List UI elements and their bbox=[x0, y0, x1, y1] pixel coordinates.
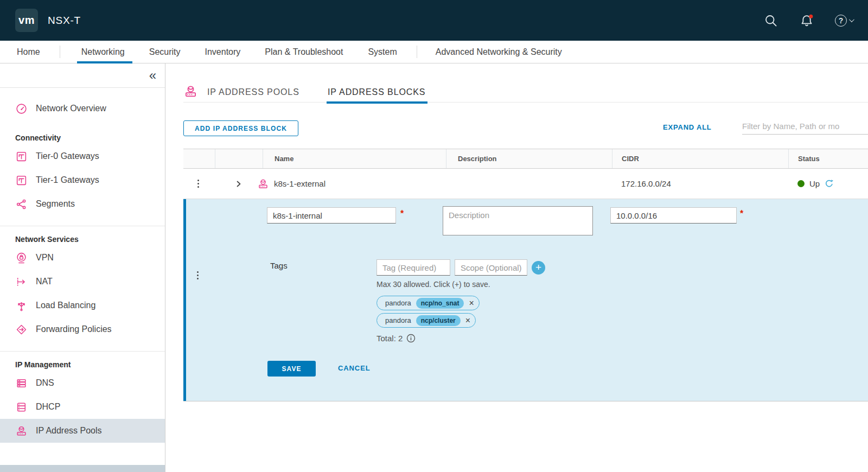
sidebar-section-connectivity: Connectivity bbox=[0, 132, 165, 144]
help-menu[interactable]: ? bbox=[835, 15, 853, 27]
tab-ip-address-pools[interactable]: IP ADDRESS POOLS bbox=[207, 81, 299, 103]
tab-system[interactable]: System bbox=[365, 41, 400, 63]
nat-icon bbox=[15, 276, 28, 288]
forwarding-policies-icon bbox=[15, 323, 28, 336]
required-asterisk: * bbox=[400, 209, 404, 219]
expand-row-icon[interactable] bbox=[235, 180, 242, 188]
tags-help-text: Max 30 allowed. Click (+) to save. bbox=[376, 280, 490, 289]
column-status: Status bbox=[788, 149, 868, 168]
filter-input[interactable] bbox=[742, 118, 868, 135]
tab-security[interactable]: Security bbox=[146, 41, 184, 63]
sidebar-item-tier1-gateways[interactable]: Tier-1 Gateways bbox=[0, 168, 165, 192]
tag-chip-scope: ncp/no_snat bbox=[416, 298, 464, 309]
nsx-t-app: vm NSX-T ? Home Networking Security Inve… bbox=[0, 0, 868, 472]
primary-nav: Home Networking Security Inventory Plan … bbox=[0, 41, 868, 63]
sidebar-divider bbox=[0, 351, 165, 352]
tag-input[interactable] bbox=[376, 259, 450, 276]
tier1-gateway-icon bbox=[15, 174, 28, 187]
cancel-button[interactable]: CANCEL bbox=[338, 364, 371, 372]
segments-icon bbox=[15, 198, 28, 211]
row-menu-icon[interactable] bbox=[195, 177, 201, 190]
tags-total: Total: 2 bbox=[376, 334, 403, 343]
remove-tag-icon[interactable]: × bbox=[465, 316, 470, 325]
topbar-actions: ? bbox=[763, 0, 853, 41]
add-ip-address-block-button[interactable]: ADD IP ADDRESS BLOCK bbox=[183, 120, 298, 136]
tab-advanced-networking-security[interactable]: Advanced Networking & Security bbox=[432, 41, 565, 63]
help-icon: ? bbox=[835, 15, 847, 27]
dhcp-icon bbox=[15, 401, 28, 413]
sidebar-collapse-row: « bbox=[0, 63, 165, 88]
column-description: Description bbox=[446, 149, 612, 168]
remove-tag-icon[interactable]: × bbox=[469, 299, 474, 308]
tab-ip-address-blocks[interactable]: IP ADDRESS BLOCKS bbox=[328, 81, 425, 103]
sidebar-item-ip-address-pools[interactable]: IP Address Pools bbox=[0, 419, 165, 443]
tag-chip-name: pandora bbox=[385, 299, 411, 307]
edit-panel-accent bbox=[183, 199, 186, 401]
sidebar-item-tier0-gateways[interactable]: Tier-0 Gateways bbox=[0, 144, 165, 168]
ip-pools-icon bbox=[15, 425, 28, 437]
add-tag-plus-icon[interactable]: + bbox=[532, 261, 545, 275]
row-cidr: 172.16.0.0/24 bbox=[612, 169, 788, 199]
tab-home[interactable]: Home bbox=[14, 41, 43, 63]
gauge-icon bbox=[15, 103, 28, 115]
vmware-logo: vm bbox=[15, 9, 38, 32]
sidebar-item-forwarding-policies[interactable]: Forwarding Policies bbox=[0, 317, 165, 341]
sidebar-item-nat[interactable]: NAT bbox=[0, 270, 165, 294]
nav-divider bbox=[417, 46, 417, 58]
tag-chip: pandora ncp/no_snat × bbox=[376, 296, 480, 310]
save-button[interactable]: SAVE bbox=[267, 361, 316, 377]
column-cidr: CIDR bbox=[612, 149, 788, 168]
row-description bbox=[446, 169, 612, 199]
search-icon[interactable] bbox=[763, 13, 778, 28]
tag-chip-scope: ncp/cluster bbox=[416, 315, 461, 326]
sidebar-section-ip-management: IP Management bbox=[0, 359, 165, 371]
status-up-dot bbox=[797, 180, 805, 187]
sidebar-scrollbar[interactable] bbox=[0, 465, 165, 472]
sidebar: « Network Overview Connectivity Tier-0 G… bbox=[0, 63, 165, 472]
pool-tabs: IP ADDRESS POOLS IP ADDRESS BLOCKS bbox=[183, 81, 868, 103]
sidebar-item-dhcp[interactable]: DHCP bbox=[0, 395, 165, 419]
name-field[interactable] bbox=[267, 207, 396, 224]
tier0-gateway-icon bbox=[15, 150, 28, 163]
column-expander bbox=[215, 149, 263, 168]
column-menu bbox=[183, 149, 215, 168]
main-content: IP ADDRESS POOLS IP ADDRESS BLOCKS ADD I… bbox=[166, 63, 868, 472]
refresh-status-icon[interactable] bbox=[825, 179, 834, 188]
sidebar-item-network-overview[interactable]: Network Overview bbox=[0, 97, 165, 120]
sidebar-item-dns[interactable]: DNS bbox=[0, 371, 165, 395]
info-icon[interactable] bbox=[406, 334, 416, 343]
sidebar-item-segments[interactable]: Segments bbox=[0, 192, 165, 216]
vpn-icon bbox=[15, 252, 28, 264]
top-bar: vm NSX-T ? bbox=[0, 0, 868, 41]
nav-divider bbox=[60, 46, 60, 58]
notification-badge bbox=[809, 14, 813, 18]
tag-chip: pandora ncp/cluster × bbox=[376, 313, 476, 328]
notifications-bell-icon[interactable] bbox=[799, 13, 814, 28]
edit-ip-block-panel: * * Tags + Max 30 allowed. Click (+) to … bbox=[183, 199, 868, 401]
sidebar-divider bbox=[0, 226, 165, 226]
row-menu-icon[interactable] bbox=[195, 269, 201, 282]
sidebar-item-vpn[interactable]: VPN bbox=[0, 246, 165, 270]
sidebar-nav: Network Overview Connectivity Tier-0 Gat… bbox=[0, 88, 165, 443]
vmware-logo-text: vm bbox=[18, 14, 35, 27]
chevron-down-icon bbox=[849, 17, 854, 22]
column-name: Name bbox=[263, 149, 446, 168]
scope-input[interactable] bbox=[455, 259, 527, 276]
row-name[interactable]: k8s-1-external bbox=[263, 169, 446, 199]
collapse-sidebar-icon[interactable]: « bbox=[149, 68, 156, 83]
sidebar-item-load-balancing[interactable]: Load Balancing bbox=[0, 294, 165, 317]
tab-plan-troubleshoot[interactable]: Plan & Troubleshoot bbox=[261, 41, 346, 63]
tab-inventory[interactable]: Inventory bbox=[202, 41, 244, 63]
description-field[interactable] bbox=[443, 206, 593, 235]
sidebar-section-network-services: Network Services bbox=[0, 233, 165, 245]
tag-chip-name: pandora bbox=[385, 316, 411, 324]
product-title: NSX-T bbox=[48, 0, 81, 41]
cidr-field[interactable] bbox=[610, 207, 737, 224]
table-header: Name Description CIDR Status bbox=[183, 149, 868, 169]
status-label: Up bbox=[809, 179, 820, 188]
load-balancing-icon bbox=[15, 299, 28, 312]
expand-all-link[interactable]: EXPAND ALL bbox=[663, 123, 712, 131]
dns-icon bbox=[15, 377, 28, 390]
table-row: k8s-1-external 172.16.0.0/24 Up bbox=[183, 169, 868, 199]
tab-networking[interactable]: Networking bbox=[78, 41, 128, 63]
